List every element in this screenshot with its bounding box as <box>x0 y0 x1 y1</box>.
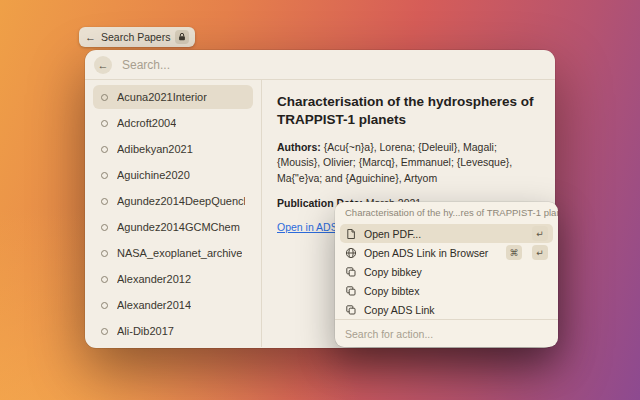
circle-icon <box>101 224 108 231</box>
list-item[interactable]: Alibert2005 <box>93 345 253 347</box>
action-item-label: Open ADS Link in Browser <box>364 247 496 259</box>
list-item[interactable]: Acuna2021Interior <box>93 85 253 109</box>
search-input[interactable]: Search... <box>122 58 546 72</box>
action-item-label: Copy bibkey <box>364 266 548 278</box>
action-menu-item[interactable]: Copy bibkey <box>340 262 553 281</box>
action-menu: Characterisation of the hy...res of TRAP… <box>335 202 558 347</box>
action-menu-item[interactable]: Copy ADS Link <box>340 300 553 319</box>
list-item-label: Agundez2014GCMChem <box>117 221 240 233</box>
list-item-label: Ali-Dib2017 <box>117 325 174 337</box>
back-button[interactable]: ← <box>94 56 112 74</box>
copy-icon <box>345 304 357 316</box>
list-item[interactable]: Aguichine2020 <box>93 163 253 187</box>
action-search-input[interactable]: Search for action... <box>335 319 558 347</box>
action-menu-header: Characterisation of the hy...res of TRAP… <box>335 202 558 222</box>
back-arrow-icon: ← <box>85 32 96 43</box>
action-menu-item[interactable]: Copy bibtex <box>340 281 553 300</box>
circle-icon <box>101 276 108 283</box>
list-item[interactable]: Alexander2014 <box>93 293 253 317</box>
globe-icon <box>345 247 357 259</box>
copy-icon <box>345 266 357 278</box>
circle-icon <box>101 328 108 335</box>
circle-icon <box>101 120 108 127</box>
paper-list: Acuna2021InteriorAdcroft2004Adibekyan202… <box>85 80 262 347</box>
list-item[interactable]: Agundez2014GCMChem <box>93 215 253 239</box>
list-item-label: Aguichine2020 <box>117 169 190 181</box>
paper-authors: Authors:{Acu{~n}a}, Lorena; {Deleuil}, M… <box>277 140 540 187</box>
action-item-label: Copy ADS Link <box>364 304 548 316</box>
desktop-background: ← Search Papers ← Search... Acuna2021Int… <box>0 0 640 400</box>
list-item[interactable]: Adcroft2004 <box>93 111 253 135</box>
open-in-ads-link[interactable]: Open in ADS <box>277 221 338 233</box>
action-menu-item[interactable]: Open ADS Link in Browser⌘↵ <box>340 243 553 262</box>
list-item-label: Adibekyan2021 <box>117 143 193 155</box>
lock-icon <box>175 30 189 44</box>
document-icon <box>345 228 357 240</box>
shortcut-key: ⌘ <box>506 245 522 260</box>
circle-icon <box>101 250 108 257</box>
shortcut-key: ↵ <box>532 226 548 241</box>
list-item-label: Acuna2021Interior <box>117 91 207 103</box>
paper-title: Characterisation of the hydrospheres of … <box>277 93 540 129</box>
search-papers-pill[interactable]: ← Search Papers <box>79 27 195 47</box>
action-menu-items: Open PDF...↵Open ADS Link in Browser⌘↵Co… <box>335 222 558 319</box>
list-item-label: Alexander2014 <box>117 299 191 311</box>
circle-icon <box>101 172 108 179</box>
circle-icon <box>101 94 108 101</box>
shortcut-key: ↵ <box>532 245 548 260</box>
copy-icon <box>345 285 357 297</box>
action-item-label: Open PDF... <box>364 228 522 240</box>
list-item[interactable]: Agundez2014DeepQuench <box>93 189 253 213</box>
list-item-label: NASA_exoplanet_archive <box>117 247 242 259</box>
list-item[interactable]: Ali-Dib2017 <box>93 319 253 343</box>
action-item-label: Copy bibtex <box>364 285 548 297</box>
window-header: ← Search... <box>85 50 555 80</box>
pill-label: Search Papers <box>101 31 170 43</box>
authors-label: Authors: <box>277 141 321 153</box>
list-item-label: Alexander2012 <box>117 273 191 285</box>
circle-icon <box>101 198 108 205</box>
list-item[interactable]: NASA_exoplanet_archive <box>93 241 253 265</box>
list-item[interactable]: Adibekyan2021 <box>93 137 253 161</box>
circle-icon <box>101 146 108 153</box>
list-item-label: Adcroft2004 <box>117 117 176 129</box>
circle-icon <box>101 302 108 309</box>
action-menu-item[interactable]: Open PDF...↵ <box>340 224 553 243</box>
list-item-label: Agundez2014DeepQuench <box>117 195 245 207</box>
list-item[interactable]: Alexander2012 <box>93 267 253 291</box>
